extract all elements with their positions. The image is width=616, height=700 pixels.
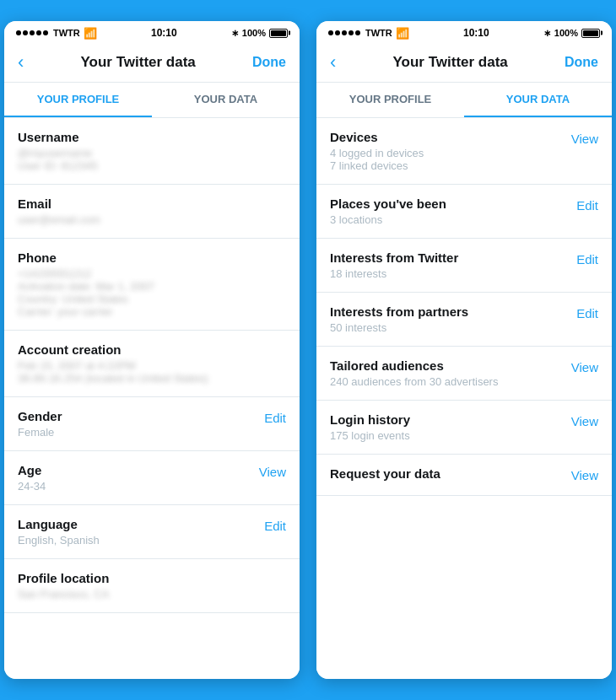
wifi-icon-right: 📶 (396, 27, 409, 40)
username-value: @myusername (18, 147, 286, 159)
bluetooth-icon-left: ∗ (231, 28, 239, 39)
devices-section: Devices 4 logged in devices 7 linked dev… (316, 118, 612, 185)
gender-section: Gender Female Edit (4, 397, 300, 451)
back-button-right[interactable]: ‹ (330, 51, 336, 73)
userid-value: User ID: 812345 (18, 159, 286, 172)
bluetooth-icon-right: ∗ (543, 28, 551, 39)
request-data-section: Request your data View (316, 455, 612, 496)
battery-percent-right: 100% (554, 28, 578, 38)
account-creation-title: Account creation (18, 342, 286, 357)
phone-carrier: Carrier: your carrier (18, 305, 286, 318)
email-title: Email (18, 197, 286, 211)
account-creation-date: Feb 15, 2007 at 4:22PM (18, 359, 286, 372)
language-title: Language (18, 517, 256, 531)
status-bar-left: TWTR 📶 10:10 ∗ 100% (4, 21, 300, 43)
devices-view-button[interactable]: View (563, 130, 598, 146)
language-edit-button[interactable]: Edit (256, 517, 286, 533)
header-right: ‹ Your Twitter data Done (316, 43, 612, 83)
phone-activation: Activation date: Mar 1, 2007 (18, 280, 286, 293)
username-title: Username (18, 130, 286, 144)
account-creation-ip: 38.89.18.254 (located in United States) (18, 372, 286, 385)
login-history-view-button[interactable]: View (563, 412, 598, 428)
tabs-left: YOUR PROFILE YOUR DATA (4, 83, 300, 118)
phone-left: TWTR 📶 10:10 ∗ 100% ‹ Your Twitter data … (4, 21, 300, 679)
login-history-value: 175 login events (330, 429, 563, 442)
header-title-left: Your Twitter data (81, 54, 196, 71)
battery-icon-right (581, 29, 600, 38)
request-data-title: Request your data (330, 466, 563, 481)
interests-partners-section: Interests from partners 50 interests Edi… (316, 293, 612, 347)
language-value: English, Spanish (18, 534, 256, 547)
time-right: 10:10 (463, 27, 489, 39)
age-view-button[interactable]: View (251, 463, 286, 479)
places-edit-button[interactable]: Edit (568, 197, 598, 213)
phone-number: +14155551212 (18, 267, 286, 280)
interests-partners-edit-button[interactable]: Edit (568, 304, 598, 320)
tab-your-data-right[interactable]: YOUR DATA (464, 83, 612, 117)
battery-icon-left (269, 29, 288, 38)
interests-partners-title: Interests from partners (330, 304, 568, 319)
phone-section: Phone +14155551212 Activation date: Mar … (4, 239, 300, 331)
tailored-audiences-value: 240 audiences from 30 advertisers (330, 375, 563, 388)
tailored-audiences-section: Tailored audiences 240 audiences from 30… (316, 347, 612, 401)
age-value: 24-34 (18, 480, 251, 493)
back-button-left[interactable]: ‹ (18, 51, 24, 73)
header-left: ‹ Your Twitter data Done (4, 43, 300, 83)
time-left: 10:10 (151, 27, 177, 39)
content-right: Devices 4 logged in devices 7 linked dev… (316, 118, 612, 679)
gender-edit-button[interactable]: Edit (256, 409, 286, 425)
devices-title: Devices (330, 130, 563, 144)
tailored-audiences-title: Tailored audiences (330, 358, 563, 373)
age-title: Age (18, 463, 251, 477)
phone-title: Phone (18, 250, 286, 265)
header-title-right: Your Twitter data (393, 54, 508, 71)
devices-value1: 4 logged in devices (330, 147, 563, 159)
interests-twitter-section: Interests from Twitter 18 interests Edit (316, 239, 612, 293)
username-section: Username @myusername User ID: 812345 (4, 118, 300, 185)
request-data-view-button[interactable]: View (563, 466, 598, 482)
tab-your-profile-left[interactable]: YOUR PROFILE (4, 83, 152, 117)
age-section: Age 24-34 View (4, 451, 300, 505)
profile-location-section: Profile location San Francisco, CA (4, 559, 300, 613)
content-left: Username @myusername User ID: 812345 Ema… (4, 118, 300, 679)
devices-value2: 7 linked devices (330, 159, 563, 172)
tab-your-profile-right[interactable]: YOUR PROFILE (316, 83, 464, 117)
language-section: Language English, Spanish Edit (4, 505, 300, 559)
done-button-left[interactable]: Done (252, 55, 286, 70)
places-title: Places you've been (330, 197, 568, 211)
places-section: Places you've been 3 locations Edit (316, 185, 612, 239)
battery-percent-left: 100% (242, 28, 266, 38)
interests-twitter-edit-button[interactable]: Edit (568, 250, 598, 267)
gender-title: Gender (18, 409, 256, 423)
tabs-right: YOUR PROFILE YOUR DATA (316, 83, 612, 118)
profile-location-title: Profile location (18, 571, 286, 585)
gender-value: Female (18, 426, 256, 439)
login-history-title: Login history (330, 412, 563, 427)
phone-country: Country: United States (18, 293, 286, 305)
email-value: user@email.com (18, 213, 286, 226)
tab-your-data-left[interactable]: YOUR DATA (152, 83, 300, 117)
carrier-right: TWTR (365, 28, 392, 38)
wifi-icon-left: 📶 (84, 27, 97, 40)
interests-partners-value: 50 interests (330, 321, 568, 334)
profile-location-value: San Francisco, CA (18, 588, 286, 600)
login-history-section: Login history 175 login events View (316, 401, 612, 455)
interests-twitter-title: Interests from Twitter (330, 250, 568, 265)
interests-twitter-value: 18 interests (330, 267, 568, 280)
places-value: 3 locations (330, 213, 568, 226)
phone-right: TWTR 📶 10:10 ∗ 100% ‹ Your Twitter data … (316, 21, 612, 679)
email-section: Email user@email.com (4, 185, 300, 239)
done-button-right[interactable]: Done (565, 55, 598, 70)
account-creation-section: Account creation Feb 15, 2007 at 4:22PM … (4, 331, 300, 397)
carrier-left: TWTR (53, 28, 80, 38)
tailored-audiences-view-button[interactable]: View (563, 358, 598, 374)
status-bar-right: TWTR 📶 10:10 ∗ 100% (316, 21, 612, 43)
